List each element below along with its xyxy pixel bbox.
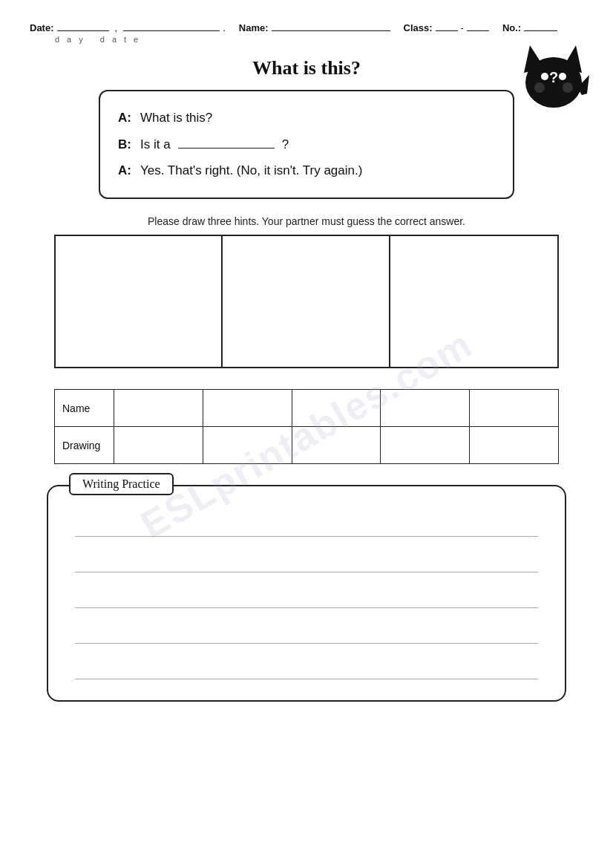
dialogue-box: A: What is this? B: Is it a ? A: Yes. Th… xyxy=(99,90,514,199)
dialogue-line-b1: B: Is it a ? xyxy=(118,131,495,158)
name-cell-3 xyxy=(292,390,381,427)
date-day-blank xyxy=(57,21,109,31)
dialogue-text-a2: Yes. That's right. (No, it isn't. Try ag… xyxy=(140,157,362,184)
date-field-group: Date: , . xyxy=(30,21,226,33)
hint-cell-1 xyxy=(56,236,223,367)
dialogue-line-a2: A: Yes. That's right. (No, it isn't. Try… xyxy=(118,157,495,184)
hint-cell-2 xyxy=(223,236,390,367)
table-row-drawing: Drawing xyxy=(55,427,559,464)
writing-line-5 xyxy=(75,663,538,679)
dialogue-b1-post: ? xyxy=(282,131,289,158)
speaker-b1: B: xyxy=(118,131,134,158)
drawing-cell-2 xyxy=(203,427,292,464)
drawing-cell-4 xyxy=(381,427,470,464)
hint-cell-3 xyxy=(390,236,557,367)
table-row-name: Name xyxy=(55,390,559,427)
name-cell-4 xyxy=(381,390,470,427)
class-field-group: Class: - xyxy=(404,21,489,33)
writing-line-1 xyxy=(75,521,538,537)
name-field-group: Name: xyxy=(239,21,390,33)
drawing-cell-1 xyxy=(114,427,203,464)
writing-box xyxy=(47,485,566,702)
subheader: day date xyxy=(30,35,583,44)
no-blank xyxy=(524,21,557,31)
dialogue-line-a1: A: What is this? xyxy=(118,105,495,131)
name-drawing-table: Name Drawing xyxy=(54,389,559,464)
name-label: Name: xyxy=(239,22,269,33)
writing-line-3 xyxy=(75,592,538,608)
header-row: Date: , . Name: Class: - No.: xyxy=(30,21,583,33)
date-label: Date: xyxy=(30,22,54,33)
writing-line-4 xyxy=(75,627,538,644)
dialogue-text-a1: What is this? xyxy=(140,105,212,131)
drawing-cell-3 xyxy=(292,427,381,464)
name-cell-2 xyxy=(203,390,292,427)
drawing-row-label: Drawing xyxy=(55,427,114,464)
writing-practice-label: Writing Practice xyxy=(69,473,174,495)
writing-section: Writing Practice xyxy=(47,485,566,702)
speaker-a2: A: xyxy=(118,157,134,184)
main-title: What is this? xyxy=(30,57,583,79)
class-label: Class: xyxy=(404,22,433,33)
class-blank2 xyxy=(467,21,489,31)
name-cell-5 xyxy=(470,390,559,427)
dialogue-b1-pre: Is it a xyxy=(140,131,171,158)
hints-grid xyxy=(54,235,559,368)
name-row-label: Name xyxy=(55,390,114,427)
dialogue-b1-blank xyxy=(178,137,275,149)
class-blank xyxy=(436,21,458,31)
no-label: No.: xyxy=(502,22,521,33)
drawing-cell-5 xyxy=(470,427,559,464)
speaker-a1: A: xyxy=(118,105,134,131)
writing-line-2 xyxy=(75,556,538,572)
name-cell-1 xyxy=(114,390,203,427)
svg-point-5 xyxy=(563,82,573,93)
date-full-blank xyxy=(123,21,220,31)
instruction-text: Please draw three hints. Your partner mu… xyxy=(30,215,583,227)
svg-point-4 xyxy=(534,82,545,93)
no-field-group: No.: xyxy=(502,21,557,33)
name-blank xyxy=(272,21,390,31)
